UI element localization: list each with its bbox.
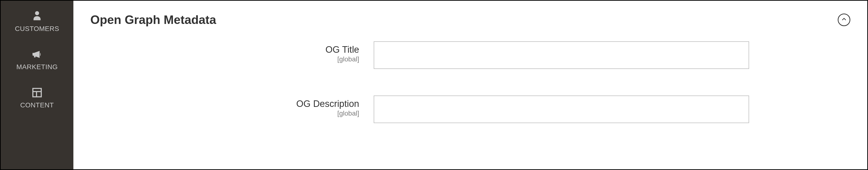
sidebar-item-label: CUSTOMERS [15, 25, 59, 33]
person-icon [30, 9, 44, 24]
sidebar-item-content[interactable]: CONTENT [1, 79, 73, 117]
field-scope: [global] [88, 109, 359, 117]
main-content: Open Graph Metadata OG Title [global] OG… [73, 1, 867, 169]
field-scope: [global] [88, 56, 359, 63]
field-input-wrap [374, 96, 749, 123]
field-label-wrap: OG Title [global] [88, 41, 374, 63]
sidebar-item-label: MARKETING [17, 63, 58, 71]
sidebar-item-label: CONTENT [20, 101, 54, 109]
collapse-toggle[interactable] [838, 13, 850, 26]
admin-sidebar: CUSTOMERS MARKETING CONTENT [1, 1, 73, 169]
chevron-up-icon [841, 16, 847, 24]
field-input-wrap [374, 41, 749, 69]
field-row-og-description: OG Description [global] [88, 96, 853, 123]
megaphone-icon [30, 47, 44, 62]
field-label-wrap: OG Description [global] [88, 96, 374, 117]
svg-point-0 [35, 11, 39, 15]
og-title-input[interactable] [374, 41, 749, 69]
og-description-input[interactable] [374, 96, 749, 123]
form-body: OG Title [global] OG Description [global… [88, 41, 853, 123]
sidebar-item-marketing[interactable]: MARKETING [1, 41, 73, 79]
sidebar-item-customers[interactable]: CUSTOMERS [1, 3, 73, 41]
layout-icon [30, 86, 44, 100]
section-header[interactable]: Open Graph Metadata [88, 10, 853, 41]
field-row-og-title: OG Title [global] [88, 41, 853, 69]
section-title: Open Graph Metadata [90, 13, 216, 27]
field-label: OG Description [88, 99, 359, 109]
field-label: OG Title [88, 45, 359, 55]
